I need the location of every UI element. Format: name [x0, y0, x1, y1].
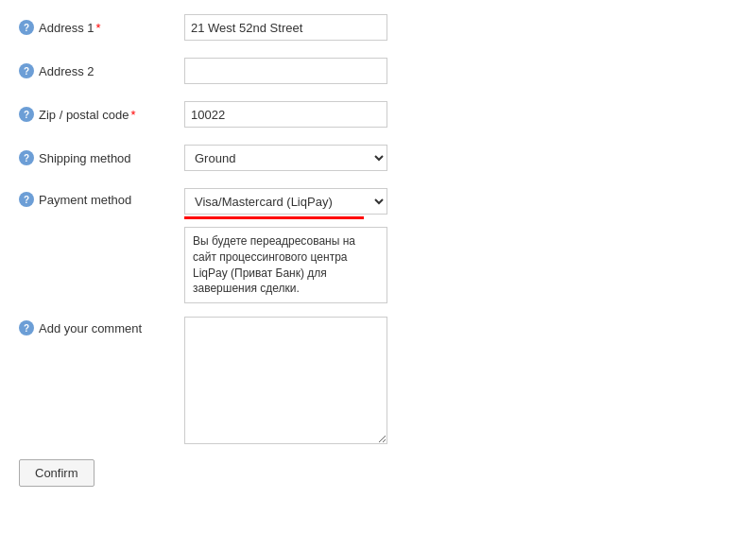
address1-help-icon[interactable]: ?: [19, 20, 34, 35]
payment-red-underline: [184, 216, 364, 219]
payment-help-icon[interactable]: ?: [19, 192, 34, 207]
address2-input[interactable]: [184, 58, 387, 84]
shipping-method-row: ? Shipping method Ground Express Overnig…: [19, 140, 737, 176]
zip-help-icon[interactable]: ?: [19, 107, 34, 122]
address2-label: ? Address 2: [19, 63, 184, 78]
zip-input[interactable]: [184, 101, 387, 128]
payment-method-wrapper: Visa/Mastercard (LiqPay) PayPal Bank Tra…: [184, 188, 387, 219]
shipping-method-select[interactable]: Ground Express Overnight: [184, 145, 387, 171]
address2-help-icon[interactable]: ?: [19, 63, 34, 78]
zip-required: *: [130, 108, 135, 122]
address1-label: ? Address 1 *: [19, 20, 184, 35]
confirm-row: Confirm: [19, 459, 737, 487]
address1-input[interactable]: [184, 14, 387, 41]
zip-label: ? Zip / postal code *: [19, 107, 184, 122]
payment-info-box: Вы будете переадресованы на сайт процесс…: [184, 227, 387, 303]
comment-row: ? Add your comment: [19, 317, 737, 444]
address1-row: ? Address 1 *: [19, 9, 737, 45]
confirm-button[interactable]: Confirm: [19, 459, 94, 487]
address2-row: ? Address 2: [19, 53, 737, 89]
comment-help-icon[interactable]: ?: [19, 320, 34, 335]
shipping-help-icon[interactable]: ?: [19, 150, 34, 165]
payment-method-label: ? Payment method: [19, 188, 184, 207]
comment-textarea[interactable]: [184, 317, 387, 444]
payment-method-select[interactable]: Visa/Mastercard (LiqPay) PayPal Bank Tra…: [184, 188, 387, 215]
payment-select-row: Visa/Mastercard (LiqPay) PayPal Bank Tra…: [184, 188, 387, 215]
shipping-method-label: ? Shipping method: [19, 150, 184, 165]
checkout-form: ? Address 1 * ? Address 2 ? Zip / postal…: [0, 0, 756, 506]
zip-row: ? Zip / postal code *: [19, 96, 737, 132]
address1-required: *: [96, 21, 101, 35]
comment-label: ? Add your comment: [19, 317, 184, 335]
payment-method-row: ? Payment method Visa/Mastercard (LiqPay…: [19, 183, 737, 219]
